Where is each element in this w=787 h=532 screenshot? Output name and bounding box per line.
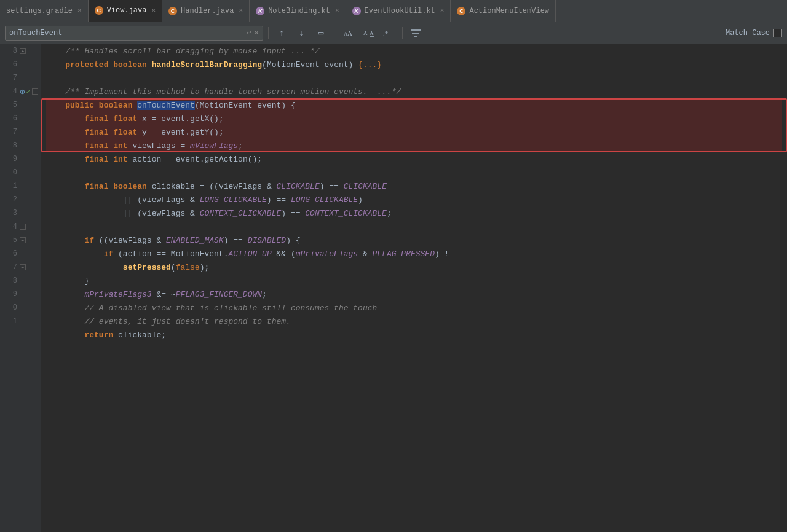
code-line-closebrace: } — [46, 274, 782, 288]
svg-text:.*: .* — [383, 29, 388, 37]
line-number-8b: 8 — [2, 141, 17, 150]
view-java-tab-label: View.java — [107, 6, 147, 15]
gutter-row-6c: 6 — [0, 247, 41, 260]
code-line-setpressed: setPressed(false); — [46, 260, 782, 274]
gutter-row-8b: 8 — [0, 139, 41, 152]
settings-tab-close[interactable]: ✕ — [77, 7, 82, 14]
line-number-3: 3 — [2, 209, 17, 217]
match-case-wrap: Match Case — [726, 29, 782, 37]
tab-notebinding[interactable]: K NoteBinding.kt ✕ — [250, 0, 346, 22]
fold-button-4b[interactable]: − — [20, 224, 26, 230]
gutter-row-2: 2 — [0, 193, 41, 206]
fold-button-4[interactable]: − — [32, 88, 38, 95]
line-number-4: 4 — [2, 87, 17, 96]
search-clear-button[interactable]: ↩ — [247, 29, 251, 37]
toolbar-regex-button[interactable]: .* — [381, 26, 397, 41]
code-line-empty-3 — [46, 220, 782, 233]
editor: 8 + 6 7 4 ⊕ ✓ − — [0, 44, 787, 532]
handler-java-tab-close[interactable]: ✕ — [239, 7, 243, 14]
toolbar-down-button[interactable]: ↓ — [293, 26, 309, 41]
gutter-row-9: 9 — [0, 152, 41, 166]
match-case-checkbox[interactable] — [773, 29, 782, 37]
gutter-row-8a: 8 + — [0, 44, 41, 58]
notebinding-icon: K — [256, 7, 264, 15]
gutter-check-icon: ✓ — [26, 87, 30, 96]
toolbar-separator-2 — [334, 27, 334, 39]
gutter-row-0a: 0 — [0, 166, 41, 179]
highlighted-method: onTouchEvent — [137, 101, 195, 110]
code-line-return: return clickable; — [46, 328, 782, 342]
svg-text:A: A — [363, 30, 368, 36]
line-number-6c: 6 — [2, 249, 17, 258]
gutter-icons-5b: − — [20, 237, 38, 243]
gutter-row-6a: 6 — [0, 58, 41, 71]
selection-box-region: public boolean onTouchEvent(MotionEvent … — [46, 98, 782, 152]
search-input-wrap: ↩ ✕ — [5, 26, 263, 41]
code-line-comment-disabled: // A disabled view that is clickable sti… — [46, 301, 782, 315]
gutter-icons-4b: − — [20, 224, 38, 230]
gutter-row-7c: 7 − — [0, 260, 41, 274]
fold-button-8a[interactable]: + — [20, 48, 26, 54]
eventhook-tab-close[interactable]: ✕ — [440, 7, 445, 14]
gutter-row-4: 4 ⊕ ✓ − — [0, 85, 41, 98]
line-number-6a: 6 — [2, 60, 17, 69]
tab-settings[interactable]: settings.gradle ✕ — [0, 0, 89, 22]
gutter-row-7b: 7 — [0, 125, 41, 139]
line-number-5b: 5 — [2, 236, 17, 244]
gutter-icons-8a: + — [20, 48, 38, 54]
code-content: /** Handles scroll bar dragging by mouse… — [46, 44, 782, 342]
gutter-row-9b: 9 — [0, 288, 41, 301]
code-line-viewflags: final int viewFlags = mViewFlags; — [46, 139, 782, 152]
gutter-row-0b: 0 — [0, 301, 41, 315]
handler-java-icon: C — [168, 7, 177, 15]
tab-handler-java[interactable]: C Handler.java ✕ — [162, 0, 250, 22]
tab-view-java[interactable]: C View.java ✕ — [89, 0, 162, 22]
gutter-row-6b: 6 — [0, 112, 41, 125]
actionmenu-icon: C — [457, 7, 465, 15]
gutter-row-7a: 7 — [0, 71, 41, 85]
gutter-row-5: 5 — [0, 98, 41, 112]
tab-bar: settings.gradle ✕ C View.java ✕ C Handle… — [0, 0, 787, 22]
toolbar-filter-button[interactable] — [408, 26, 424, 41]
code-line-ontouchevent: public boolean onTouchEvent(MotionEvent … — [46, 98, 782, 112]
fold-button-5b[interactable]: − — [20, 237, 26, 243]
toolbar-separator-1 — [268, 27, 269, 39]
gutter-row-8c: 8 — [0, 274, 41, 288]
tab-actionmenu[interactable]: C ActionMenuItemView — [451, 0, 556, 22]
fold-button-7c[interactable]: − — [20, 264, 26, 270]
code-line-if-action: if (action == MotionEvent.ACTION_UP && (… — [46, 247, 782, 260]
code-line-comment-events: // events, it just doesn't respond to th… — [46, 315, 782, 328]
line-number-7c: 7 — [2, 263, 17, 272]
gutter-bookmark-icon: ⊕ — [20, 87, 25, 97]
code-line-float-x: final float x = event.getX(); — [46, 112, 782, 125]
svg-text:A: A — [370, 30, 374, 36]
gutter-row-1: 1 — [0, 179, 41, 193]
handler-java-tab-label: Handler.java — [181, 7, 234, 15]
notebinding-tab-close[interactable]: ✕ — [335, 7, 339, 14]
toolbar-up-button[interactable]: ↑ — [274, 26, 290, 41]
gutter-row-3: 3 — [0, 206, 41, 220]
search-close-button[interactable]: ✕ — [254, 29, 259, 37]
line-number-1b: 1 — [2, 317, 17, 326]
match-case-label: Match Case — [726, 29, 770, 37]
svg-text:A: A — [347, 29, 352, 37]
gutter-row-1b: 1 — [0, 315, 41, 328]
line-number-7a: 7 — [2, 74, 17, 82]
code-area: 8 + 6 7 4 ⊕ ✓ − — [0, 44, 787, 532]
code-lines[interactable]: /** Handles scroll bar dragging by mouse… — [41, 44, 787, 532]
toolbar-words-button[interactable]: A A — [339, 26, 358, 41]
toolbar-words2-button[interactable]: A A — [362, 26, 378, 41]
code-line-float-y: final float y = event.getY(); — [46, 125, 782, 139]
code-line-if-enabled: if ((viewFlags & ENABLED_MASK) == DISABL… — [46, 233, 782, 247]
view-java-tab-close[interactable]: ✕ — [151, 7, 156, 14]
toolbar-separator-3 — [402, 27, 403, 39]
line-number-4b: 4 — [2, 222, 17, 231]
line-number-8a: 8 — [2, 47, 17, 55]
search-bar: ↩ ✕ ↑ ↓ ▭ A A A A .* Match Case — [0, 22, 787, 44]
toolbar-wrap-button[interactable]: ▭ — [313, 26, 329, 41]
line-number-9: 9 — [2, 155, 17, 163]
tab-eventhook[interactable]: K EventHookUtil.kt ✕ — [346, 0, 451, 22]
line-number-8c: 8 — [2, 276, 17, 285]
line-number-6b: 6 — [2, 114, 17, 123]
search-input[interactable] — [9, 29, 244, 37]
